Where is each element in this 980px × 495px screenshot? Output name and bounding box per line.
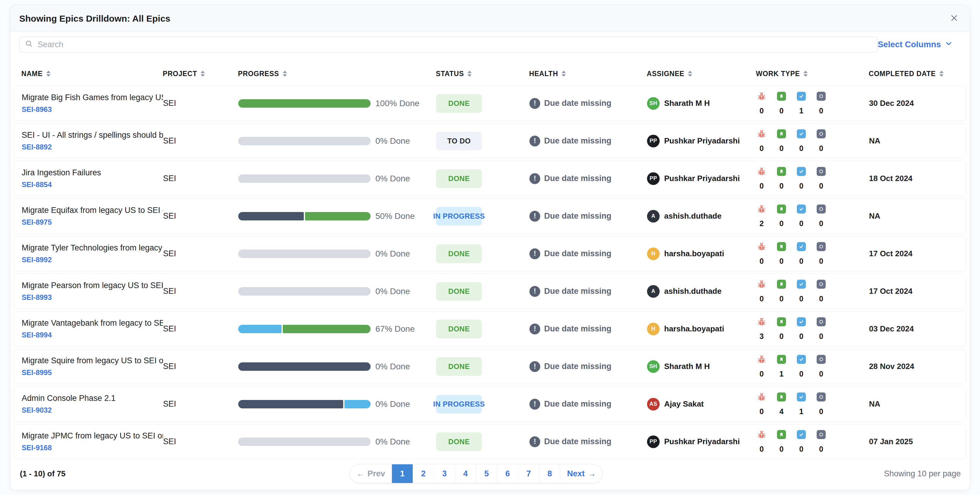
column-header-work-type[interactable]: WORK TYPE	[756, 70, 869, 78]
circle-icon	[817, 92, 826, 101]
epic-key-link[interactable]: SEI-8995	[22, 368, 163, 377]
health-cell: ! Due date missing	[530, 436, 647, 447]
task-count: 0	[799, 257, 803, 266]
column-header-status[interactable]: STATUS	[436, 70, 529, 78]
page-button-2[interactable]: 2	[413, 464, 434, 483]
work-type-task: 1	[796, 92, 807, 115]
table-row[interactable]: Jira Ingestion Failures SEI-8854 SEI 0% …	[14, 161, 966, 196]
select-columns-button[interactable]: Select Columns	[878, 40, 953, 50]
story-icon	[777, 92, 786, 101]
column-header-name[interactable]: NAME	[14, 70, 163, 78]
task-check-icon	[797, 129, 806, 138]
progress-label: 0% Done	[375, 437, 410, 447]
exclamation-icon: !	[530, 98, 540, 109]
next-page-button[interactable]: Next→	[560, 464, 603, 483]
health-cell: ! Due date missing	[530, 323, 647, 334]
epic-key-link[interactable]: SEI-8993	[22, 293, 163, 302]
column-header-assignee[interactable]: ASSIGNEE	[647, 70, 756, 78]
page-button-4[interactable]: 4	[455, 464, 476, 483]
assignee-name: Pushkar Priyadarshi	[664, 136, 740, 146]
bug-count: 2	[759, 219, 764, 228]
page-button-6[interactable]: 6	[497, 464, 518, 483]
progress-bar	[238, 99, 371, 108]
table-row[interactable]: Migrate Pearson from legacy US to SEI on…	[14, 274, 966, 309]
table-row[interactable]: SEI - UI - All strings / spellings shoul…	[14, 123, 966, 159]
progress-label: 100% Done	[375, 99, 419, 108]
epic-key-link[interactable]: SEI-8892	[22, 143, 163, 151]
assignee-name: Sharath M H	[664, 362, 710, 371]
health-text: Due date missing	[544, 249, 611, 258]
story-count: 4	[780, 407, 784, 416]
assignee-cell: H harsha.boyapati	[647, 323, 756, 335]
sort-icon[interactable]	[283, 71, 287, 77]
table-row[interactable]: Migrate Squire from legacy US to SEI on …	[14, 349, 966, 384]
health-text: Due date missing	[544, 174, 611, 183]
pagination: ←Prev 1 2 3 4 5 6 7 8 Next→	[350, 464, 603, 483]
table-row[interactable]: Migrate Big Fish Games from legacy US to…	[14, 86, 966, 121]
sort-icon[interactable]	[803, 71, 808, 77]
prev-page-button[interactable]: ←Prev	[350, 464, 392, 483]
table-row[interactable]: Migrate Vantagebank from legacy to SEI o…	[14, 311, 966, 347]
progress-cell: 0% Done	[238, 249, 436, 259]
bug-icon	[757, 92, 766, 101]
sort-icon[interactable]	[939, 71, 943, 77]
task-check-icon	[797, 92, 806, 101]
search-box[interactable]	[19, 37, 878, 53]
task-check-icon	[797, 204, 806, 213]
circle-icon	[817, 280, 826, 289]
epic-key-link[interactable]: SEI-8963	[22, 105, 163, 114]
column-header-health[interactable]: HEALTH	[529, 70, 647, 78]
other-count: 0	[819, 369, 823, 378]
page-button-3[interactable]: 3	[434, 464, 455, 483]
bug-count: 3	[759, 332, 764, 341]
page-button-7[interactable]: 7	[518, 464, 539, 483]
table-row[interactable]: Admin Console Phase 2.1 SEI-9032 SEI 0% …	[14, 387, 966, 422]
story-count: 0	[780, 332, 784, 341]
sort-icon[interactable]	[562, 71, 566, 77]
sort-icon[interactable]	[46, 71, 51, 77]
epic-key-link[interactable]: SEI-8994	[22, 331, 163, 339]
epic-key-link[interactable]: SEI-8975	[22, 218, 163, 226]
table-row[interactable]: Migrate JPMC from legacy US to SEI on Ha…	[14, 424, 966, 459]
story-count: 0	[780, 445, 784, 454]
progress-cell: 0% Done	[238, 286, 436, 296]
epic-name: SEI - UI - All strings / spellings shoul…	[22, 131, 163, 140]
epic-key-link[interactable]: SEI-8992	[22, 256, 163, 264]
epic-key-link[interactable]: SEI-8854	[22, 180, 163, 189]
epic-name: Migrate JPMC from legacy US to SEI on Ha…	[22, 431, 163, 441]
progress-cell: 0% Done	[238, 136, 436, 146]
health-text: Due date missing	[544, 136, 611, 146]
epic-key-link[interactable]: SEI-9168	[22, 444, 163, 452]
page-button-5[interactable]: 5	[476, 464, 497, 483]
search-input[interactable]	[38, 40, 872, 49]
assignee-cell: AS Ajay Sakat	[647, 398, 756, 411]
progress-cell: 100% Done	[238, 99, 436, 108]
story-count: 0	[780, 107, 784, 115]
work-type-task: 0	[796, 430, 807, 454]
sort-icon[interactable]	[468, 71, 472, 77]
story-count: 0	[780, 181, 784, 190]
work-type-task: 0	[796, 317, 807, 341]
progress-bar	[238, 287, 371, 296]
project-cell: SEI	[163, 249, 238, 258]
close-button[interactable]	[948, 12, 961, 25]
circle-icon	[817, 204, 826, 213]
epic-key-link[interactable]: SEI-9032	[22, 406, 163, 414]
work-type-cell: 0 0 0 0	[756, 242, 869, 266]
column-header-completed-date[interactable]: COMPLETED DATE	[869, 70, 966, 78]
completed-date-cell: 03 Dec 2024	[869, 324, 966, 334]
sort-icon[interactable]	[200, 71, 205, 77]
work-type-other: 0	[816, 129, 827, 153]
table-row[interactable]: Migrate Equifax from legacy US to SEI on…	[14, 199, 966, 234]
epic-name-cell: SEI - UI - All strings / spellings shoul…	[14, 131, 163, 151]
sort-icon[interactable]	[688, 71, 692, 77]
task-check-icon	[797, 355, 806, 364]
work-type-story: 0	[776, 167, 787, 190]
progress-segment	[238, 137, 371, 145]
column-header-progress[interactable]: PROGRESS	[238, 70, 436, 78]
page-button-1[interactable]: 1	[392, 464, 413, 483]
page-button-8[interactable]: 8	[539, 464, 560, 483]
table-row[interactable]: Migrate Tyler Technologies from legacy U…	[14, 236, 966, 271]
completed-date-cell: 30 Dec 2024	[869, 99, 966, 108]
column-header-project[interactable]: PROJECT	[163, 70, 238, 78]
